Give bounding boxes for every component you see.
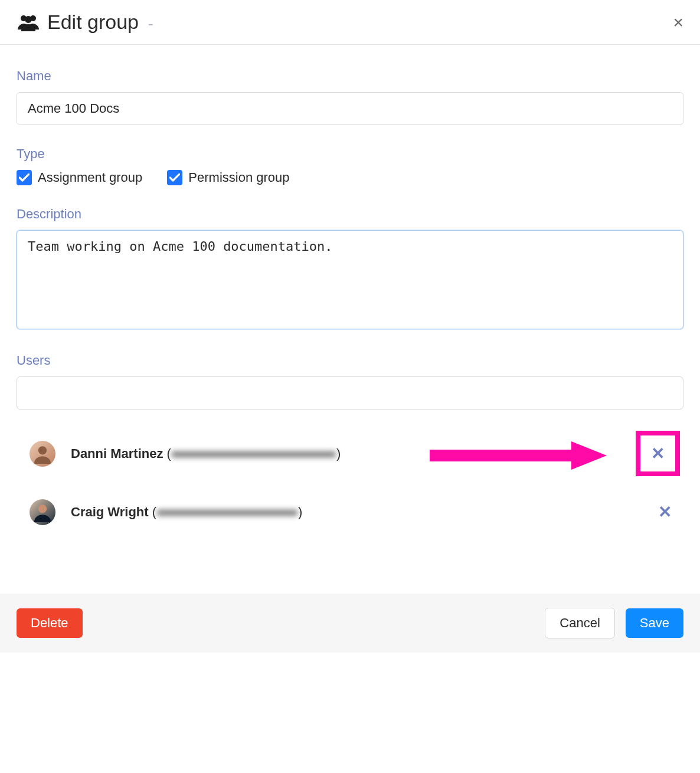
svg-point-4: [38, 505, 47, 513]
name-group: Name: [17, 68, 683, 125]
modal-header: Edit group - ×: [0, 0, 700, 45]
avatar: [30, 499, 55, 525]
permission-group-checkbox-item[interactable]: Permission group: [167, 170, 289, 185]
delete-button[interactable]: Delete: [17, 608, 83, 638]
assignment-group-checkbox-item[interactable]: Assignment group: [17, 170, 142, 185]
description-textarea[interactable]: [17, 230, 683, 329]
type-checkbox-row: Assignment group Permission group: [17, 170, 683, 185]
permission-group-checkbox[interactable]: [167, 170, 182, 185]
user-name: Craig Wright: [71, 505, 149, 519]
user-email-redacted: [156, 510, 298, 516]
name-label: Name: [17, 68, 683, 84]
remove-icon: ✕: [658, 503, 672, 521]
users-search-input[interactable]: [17, 376, 683, 410]
users-group: Users Danni Martinez () ✕: [17, 353, 683, 537]
user-text: Craig Wright (): [71, 505, 302, 520]
modal-title-dash: -: [148, 14, 153, 32]
edit-group-modal: Edit group - × Name Type Assignment grou…: [0, 0, 700, 653]
cancel-button[interactable]: Cancel: [545, 608, 614, 638]
svg-point-2: [25, 16, 32, 23]
users-group-icon: [17, 14, 40, 31]
save-button[interactable]: Save: [626, 608, 683, 638]
user-email-wrap: (): [167, 446, 341, 461]
user-row: Craig Wright () ✕: [17, 487, 683, 537]
remove-user-button[interactable]: ✕: [636, 431, 680, 476]
remove-icon: ✕: [651, 444, 665, 463]
modal-title-text: Edit group: [47, 11, 139, 33]
modal-footer: Delete Cancel Save: [0, 594, 700, 653]
svg-point-3: [38, 446, 47, 454]
modal-title: Edit group -: [47, 11, 153, 34]
remove-user-button[interactable]: ✕: [650, 497, 680, 526]
description-label: Description: [17, 207, 683, 222]
description-group: Description: [17, 207, 683, 332]
close-button[interactable]: ×: [673, 14, 683, 31]
user-email-redacted: [171, 451, 336, 457]
avatar: [30, 441, 55, 467]
modal-title-wrap: Edit group -: [17, 11, 153, 34]
users-label: Users: [17, 353, 683, 368]
user-list: Danni Martinez () ✕ Craig Wright: [17, 420, 683, 537]
assignment-group-checkbox[interactable]: [17, 170, 32, 185]
permission-group-label: Permission group: [188, 170, 289, 185]
type-label: Type: [17, 146, 683, 162]
name-input[interactable]: [17, 92, 683, 125]
user-text: Danni Martinez (): [71, 446, 341, 461]
type-group: Type Assignment group Permission group: [17, 146, 683, 185]
user-row: Danni Martinez () ✕: [17, 420, 683, 487]
user-email-wrap: (): [152, 505, 303, 519]
close-icon: ×: [673, 12, 683, 32]
modal-body: Name Type Assignment group Permission gr…: [0, 45, 700, 594]
user-name: Danni Martinez: [71, 446, 163, 461]
assignment-group-label: Assignment group: [38, 170, 142, 185]
